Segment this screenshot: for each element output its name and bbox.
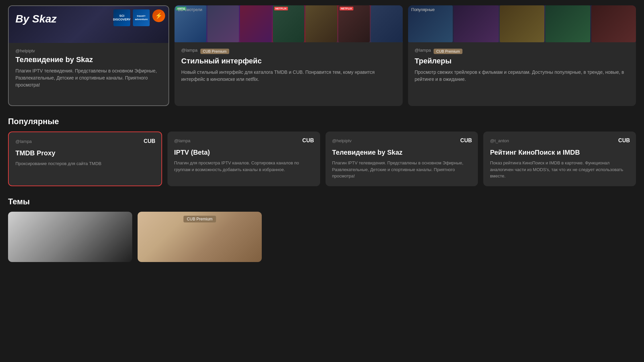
thumb-2 <box>207 5 239 42</box>
thumb-5 <box>305 5 337 42</box>
featured-section: By Skaz SCIDISCOVERY travel+adventure ⚡ … <box>8 5 636 106</box>
plugin-card-tv-skaz[interactable]: @helpiptv CUB Телевидение by Skaz Плагин… <box>326 132 478 186</box>
card2-bg: АВПД NETFLIX NETFLIX Вы смотрели <box>175 5 403 42</box>
card2-content: @lampa CUB Premium Стильный интерфейс Но… <box>175 42 403 90</box>
card2-title: Стильный интерфейс <box>181 57 396 65</box>
by-skaz-logo: By Skaz <box>15 13 57 25</box>
plugin-card-rating[interactable]: @t_anton CUB Рейтинг КиноПоиск и IMDB По… <box>483 132 636 186</box>
card3-thumbnails <box>408 5 636 42</box>
featured-card-tv[interactable]: By Skaz SCIDISCOVERY travel+adventure ⚡ … <box>8 5 169 106</box>
card2-badge: CUB Premium <box>200 49 229 54</box>
iptv-author-row: @lampa CUB <box>174 138 313 146</box>
rating-author: @t_anton <box>490 138 509 143</box>
theme-card-dark[interactable] <box>8 212 132 262</box>
tmdb-title: TMDB Proxy <box>15 149 155 157</box>
main-container: By Skaz SCIDISCOVERY travel+adventure ⚡ … <box>0 0 644 278</box>
card2-thumbnails: АВПД NETFLIX NETFLIX <box>175 5 403 42</box>
tvskaz-author: @helpiptv <box>332 138 352 143</box>
bolt-icon: ⚡ <box>152 9 165 22</box>
pop-thumb-5 <box>591 5 636 42</box>
popular-title: Популярные <box>8 117 636 126</box>
plugin-card-iptv-beta[interactable]: @lampa CUB IPTV (Beta) Плагин для просмо… <box>167 132 320 186</box>
card2-author-row: @lampa CUB Premium <box>181 48 396 55</box>
sci-discovery-icon: SCIDISCOVERY <box>113 9 130 26</box>
watched-label: Вы смотрели <box>178 7 202 12</box>
rating-author-row: @t_anton CUB <box>490 138 629 146</box>
themes-title: Темы <box>8 197 636 206</box>
thumb-7 <box>371 5 403 42</box>
tmdb-author: @lampa <box>15 139 32 144</box>
card3-author: @lampa <box>415 48 431 53</box>
travel-adventure-icon: travel+adventure <box>133 9 150 26</box>
popular-section: Популярные @lampa CUB TMDB Proxy Проксир… <box>8 117 636 186</box>
theme-warm-cub-badge: CUB Premium <box>184 216 216 222</box>
iptv-author: @lampa <box>174 138 191 143</box>
themes-grid: CUB Premium <box>8 212 636 262</box>
card3-author-row: @lampa CUB Premium <box>415 48 630 55</box>
tmdb-description: Проксирование постеров для сайта TMDB <box>15 160 155 167</box>
iptv-title: IPTV (Beta) <box>174 149 313 156</box>
card3-badge: CUB Premium <box>434 49 462 54</box>
card1-author: @helpiptv <box>15 48 162 53</box>
pop-thumb-2 <box>454 5 499 42</box>
tvskaz-cub-badge: CUB <box>460 138 472 144</box>
card3-content: @lampa CUB Premium Трейлеры Просмотр све… <box>408 42 636 90</box>
thumb-3 <box>240 5 272 42</box>
themes-section: Темы CUB Premium <box>8 197 636 262</box>
popular-cards-grid: @lampa CUB TMDB Proxy Проксирование пост… <box>8 132 636 186</box>
card3-title: Трейлеры <box>415 57 630 65</box>
badge-4: NETFLIX <box>274 7 288 10</box>
tvskaz-description: Плагин IPTV телевидения. Представлены в … <box>332 160 472 179</box>
card2-description: Новый стильный интерфейс для каталога TM… <box>181 69 396 83</box>
rating-description: Показ рейтинга КиноПоиск и IMDB в карточ… <box>490 160 629 179</box>
pop-thumb-4 <box>545 5 590 42</box>
theme-card-warm[interactable]: CUB Premium <box>138 212 262 262</box>
card2-author: @lampa <box>181 48 198 53</box>
tvskaz-title: Телевидение by Skaz <box>332 149 472 156</box>
featured-card-trailers[interactable]: Популярные Популярные @lampa CUB Premium… <box>408 5 636 106</box>
tvskaz-author-row: @helpiptv CUB <box>332 138 472 146</box>
iptv-cub-badge: CUB <box>302 138 314 144</box>
card1-description: Плагин IPTV телевидения. Представлены в … <box>15 67 162 89</box>
thumb-4: NETFLIX <box>273 5 305 42</box>
badge-6: NETFLIX <box>340 7 353 10</box>
pop-thumb-3 <box>500 5 545 42</box>
rating-title: Рейтинг КиноПоиск и IMDB <box>490 149 629 156</box>
card3-description: Просмотр свежих трейлеров к фильмам и се… <box>415 69 630 83</box>
iptv-description: Плагин для просмотра IPTV каналов. Сорти… <box>174 160 313 173</box>
bg-icons: SCIDISCOVERY travel+adventure ⚡ <box>113 9 165 26</box>
thumb-6: NETFLIX <box>338 5 370 42</box>
card3-popular-text: Популярные <box>411 7 435 12</box>
plugin-card-tmdb-proxy[interactable]: @lampa CUB TMDB Proxy Проксирование пост… <box>8 132 162 186</box>
card3-bg: Популярные Популярные <box>408 5 636 42</box>
tmdb-cub-badge: CUB <box>144 138 155 144</box>
tmdb-author-row: @lampa CUB <box>15 139 155 147</box>
card1-title: Телевидение by Skaz <box>15 55 162 64</box>
featured-card-stylish[interactable]: АВПД NETFLIX NETFLIX Вы смотрели @lampa … <box>175 5 403 106</box>
rating-cub-badge: CUB <box>618 138 630 144</box>
card1-bg: By Skaz SCIDISCOVERY travel+adventure ⚡ <box>9 6 168 43</box>
card1-content: @helpiptv Телевидение by Skaz Плагин IPT… <box>9 43 168 95</box>
